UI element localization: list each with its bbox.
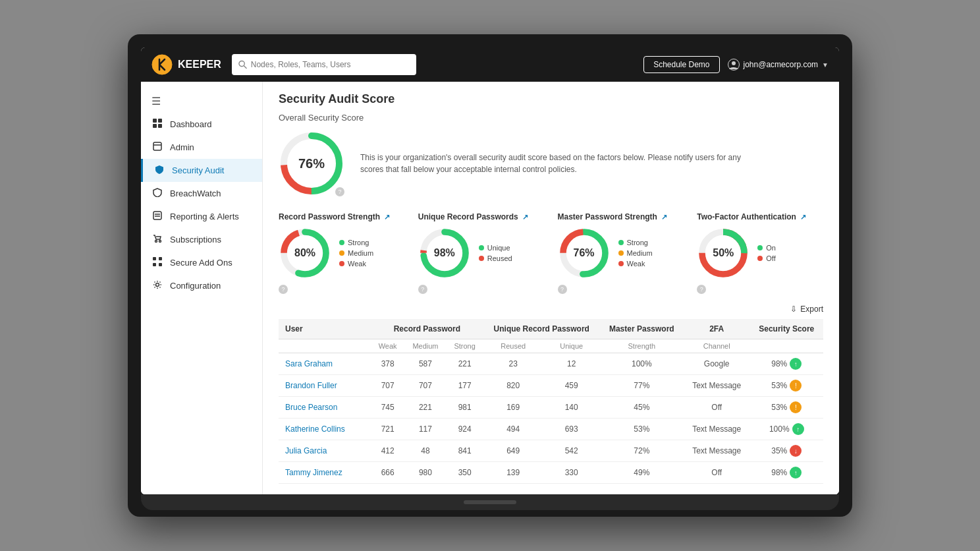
status-badge: ! <box>790 401 802 413</box>
unique-dot <box>479 245 484 250</box>
score-badge: 98% ↑ <box>771 467 802 478</box>
score-badge: 100% ↑ <box>769 423 804 435</box>
sidebar-item-label: Security Audit <box>172 165 225 175</box>
card-score-value: 50% <box>713 247 734 259</box>
status-badge: ↑ <box>790 358 802 370</box>
score-card-title: Two-Factor Authentication ↗ <box>697 212 806 221</box>
external-link-icon[interactable]: ↗ <box>800 213 806 221</box>
keeper-logo-icon <box>151 54 173 75</box>
external-link-icon[interactable]: ↗ <box>661 213 667 221</box>
unique-cell: 140 <box>543 397 600 419</box>
search-icon <box>238 60 247 69</box>
card-score-value: 76% <box>573 247 594 259</box>
sidebar-item-label: Reporting & Alerts <box>170 212 239 221</box>
user-link[interactable]: Sara Graham <box>285 359 333 368</box>
score-cell: 98% ↑ <box>750 353 823 375</box>
strength-cell: 77% <box>600 375 684 397</box>
schedule-demo-button[interactable]: Schedule Demo <box>643 56 719 73</box>
score-badge: 98% ↑ <box>771 358 802 370</box>
sidebar-item-subscriptions[interactable]: Subscriptions <box>141 228 262 251</box>
weak-dot <box>618 261 624 266</box>
sidebar-item-admin[interactable]: Admin <box>141 136 262 159</box>
reused-cell: 169 <box>483 397 543 419</box>
reporting-icon <box>151 211 163 222</box>
sidebar-item-configuration[interactable]: Configuration <box>141 274 262 297</box>
logo: KEEPER <box>151 54 221 75</box>
export-button[interactable]: ⇩ Export <box>790 304 823 314</box>
weak-cell: 378 <box>371 353 404 375</box>
score-card-unique-record-passwords: Unique Record Passwords ↗ <box>418 212 545 294</box>
strong-dot <box>339 240 344 245</box>
svg-rect-4 <box>153 119 157 123</box>
download-icon: ⇩ <box>790 304 797 314</box>
card-help-icon[interactable]: ? <box>697 285 706 294</box>
score-card-record-password-strength: Record Password Strength ↗ <box>279 212 405 294</box>
logo-text: KEEPER <box>178 59 221 71</box>
weak-cell: 707 <box>371 375 404 397</box>
overall-gauge: 76% ? <box>279 130 344 196</box>
user-link[interactable]: Brandon Fuller <box>285 381 337 390</box>
channel-cell: Off <box>684 462 750 484</box>
medium-cell: 980 <box>404 462 446 484</box>
table-sub-header-row: Weak Medium Strong Reused Unique Strengt… <box>279 339 823 353</box>
sidebar-item-breachwatch[interactable]: BreachWatch <box>141 182 262 205</box>
main-content: Security Audit Score Overall Security Sc… <box>263 82 839 494</box>
reused-cell: 23 <box>483 353 543 375</box>
weak-cell: 745 <box>371 397 404 419</box>
th-security-score: Security Score <box>750 319 823 339</box>
sidebar-item-reporting-alerts[interactable]: Reporting & Alerts <box>141 205 262 228</box>
score-cell: 53% ! <box>750 375 823 397</box>
user-link[interactable]: Julia Garcia <box>285 446 327 455</box>
score-card-master-password-strength: Master Password Strength ↗ <box>558 212 684 294</box>
medium-cell: 707 <box>404 375 446 397</box>
status-badge: ↑ <box>790 467 802 478</box>
medium-cell: 587 <box>404 353 446 375</box>
sub-th-channel: Channel <box>684 339 750 353</box>
card-help-icon[interactable]: ? <box>418 285 427 294</box>
user-cell: Sara Graham <box>279 353 371 375</box>
weak-dot <box>339 261 344 266</box>
svg-point-19 <box>156 283 159 287</box>
score-badge: 35% ↓ <box>771 445 802 457</box>
search-input[interactable] <box>251 60 410 69</box>
legend-two-factor-auth: On Off <box>757 244 776 262</box>
sidebar-item-dashboard[interactable]: Dashboard <box>141 113 262 136</box>
score-badge: 53% ! <box>771 380 802 392</box>
weak-cell: 666 <box>371 462 404 484</box>
table-body: Sara Graham 378 587 221 23 12 100% Googl… <box>279 353 823 484</box>
sidebar-item-security-audit[interactable]: Security Audit <box>141 159 262 182</box>
strong-cell: 221 <box>447 353 483 375</box>
user-cell: Tammy Jimenez <box>279 462 371 484</box>
sidebar-item-label: Configuration <box>170 281 221 291</box>
channel-cell: Text Message <box>684 419 750 440</box>
score-card-body: 98% Unique Reused <box>418 227 512 279</box>
card-help-icon[interactable]: ? <box>279 285 288 294</box>
external-link-icon[interactable]: ↗ <box>522 213 528 221</box>
svg-point-0 <box>152 55 172 74</box>
search-bar[interactable] <box>232 54 416 75</box>
user-link[interactable]: Bruce Pearson <box>285 403 337 412</box>
user-cell: Katherine Collins <box>279 419 371 440</box>
page-title: Security Audit Score <box>279 92 823 106</box>
score-card-title: Master Password Strength ↗ <box>558 212 667 221</box>
overall-help-icon[interactable]: ? <box>335 187 344 196</box>
sidebar-item-secure-addons[interactable]: Secure Add Ons <box>141 251 262 274</box>
hamburger-menu[interactable]: ☰ <box>141 90 262 113</box>
svg-point-13 <box>155 241 157 243</box>
card-help-icon[interactable]: ? <box>558 285 567 294</box>
reused-cell: 494 <box>483 419 543 440</box>
svg-rect-6 <box>153 124 157 128</box>
medium-dot <box>618 250 624 256</box>
legend-unique-passwords: Unique Reused <box>479 244 512 262</box>
user-menu[interactable]: john@acmecorp.com ▼ <box>728 59 829 71</box>
sub-th-weak: Weak <box>371 339 404 353</box>
external-link-icon[interactable]: ↗ <box>384 213 390 221</box>
th-record-password: Record Password <box>371 319 483 339</box>
strong-cell: 841 <box>447 440 483 462</box>
user-link[interactable]: Katherine Collins <box>285 424 345 434</box>
status-badge: ↓ <box>790 445 802 457</box>
score-cell: 35% ↓ <box>750 440 823 462</box>
user-link[interactable]: Tammy Jimenez <box>285 468 342 477</box>
record-password-gauge: 80% <box>279 227 331 279</box>
th-two-fa: 2FA <box>684 319 750 339</box>
